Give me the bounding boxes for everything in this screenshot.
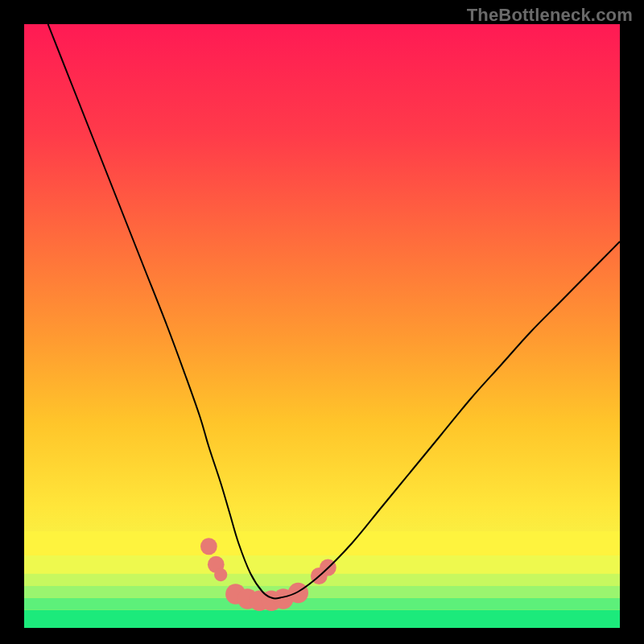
svg-rect-5	[24, 531, 620, 555]
svg-rect-1	[24, 598, 620, 610]
bottleneck-chart	[24, 24, 620, 628]
svg-point-14	[288, 583, 308, 604]
svg-rect-0	[24, 610, 620, 629]
chart-frame: TheBottleneck.com	[0, 0, 644, 644]
svg-rect-2	[24, 586, 620, 598]
svg-point-6	[200, 538, 217, 555]
watermark-label: TheBottleneck.com	[467, 5, 633, 26]
svg-point-8	[214, 568, 227, 581]
